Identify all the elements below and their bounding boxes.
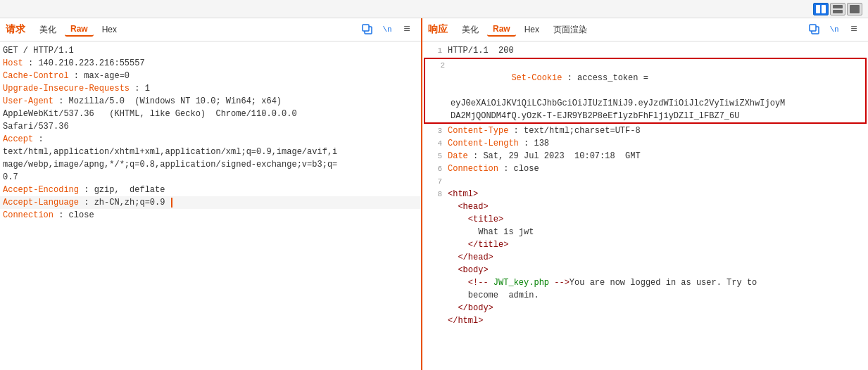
response-line-2b: eyJ0eXAiOiJKV1QiLCJhbGciOiJIUzI1NiJ9.eyJ… <box>425 97 865 110</box>
response-line-2c: DA2MjQONDM4fQ.yOzK-T-EJR9YB2P8eEflyzbFhF… <box>425 110 865 122</box>
text-cursor <box>171 198 172 208</box>
request-menu-icon[interactable]: ≡ <box>398 21 415 38</box>
response-line-head-close: </head> <box>422 251 868 264</box>
response-line-body-close: </body> <box>422 302 868 314</box>
request-line-1: GET / HTTP/1.1 <box>0 44 421 57</box>
split-single-btn[interactable] <box>847 3 862 15</box>
request-line-6: AppleWebKit/537.36 (KHTML, like Gecko) C… <box>0 108 421 120</box>
tab-response-render[interactable]: 页面渲染 <box>548 23 593 37</box>
request-newline-icon[interactable]: \n <box>379 21 396 38</box>
request-line-3: Cache-Control : max-age=0 <box>0 70 421 82</box>
svg-rect-1 <box>822 5 826 13</box>
svg-rect-4 <box>850 5 860 13</box>
response-panel: 响应 美化 Raw Hex 页面渲染 \n ≡ 1 HTTP/1.1 200 <box>422 18 868 370</box>
request-line-5: User-Agent : Mozilla/5.0 (Windows NT 10.… <box>0 95 421 108</box>
main-split: 请求 美化 Raw Hex \n ≡ GET / HTTP/1.1 Host :… <box>0 18 868 370</box>
top-toolbar <box>0 0 868 18</box>
request-line-11: 0.7 <box>0 171 421 184</box>
tab-response-raw[interactable]: Raw <box>487 23 516 37</box>
request-line-2: Host : 140.210.223.216:55557 <box>0 57 421 70</box>
request-line-7: Safari/537.36 <box>0 120 421 133</box>
cookie-highlight-box: 2 Set-Cookie : access_token = eyJ0eXAiOi… <box>424 58 867 124</box>
request-code-area[interactable]: GET / HTTP/1.1 Host : 140.210.223.216:55… <box>0 42 421 370</box>
response-line-comment: <!-- JWT_key.php -->You are now logged i… <box>422 276 868 289</box>
tab-response-beautify[interactable]: 美化 <box>456 23 484 37</box>
response-line-body-open: <body> <box>422 264 868 276</box>
response-line-2: 2 Set-Cookie : access_token = <box>425 59 865 97</box>
svg-rect-0 <box>816 5 820 13</box>
response-menu-icon[interactable]: ≡ <box>845 21 862 38</box>
svg-rect-8 <box>810 25 816 31</box>
tab-request-raw[interactable]: Raw <box>65 23 94 37</box>
split-horizontal-btn[interactable] <box>830 3 845 15</box>
request-line-14: Connection : close <box>0 209 421 222</box>
tab-response-hex[interactable]: Hex <box>519 23 545 36</box>
response-line-title-text: What is jwt <box>422 226 868 238</box>
response-line-head: <head> <box>422 200 868 213</box>
response-line-8: 8 <html> <box>422 188 868 200</box>
response-line-comment-2: become admin. <box>422 289 868 302</box>
request-line-12: Accept-Encoding : gzip, deflate <box>0 184 421 196</box>
request-copy-icon[interactable] <box>359 21 376 38</box>
response-panel-header: 响应 美化 Raw Hex 页面渲染 \n ≡ <box>422 18 868 42</box>
response-line-6: 6 Connection : close <box>422 162 868 175</box>
svg-rect-3 <box>833 10 843 13</box>
request-panel: 请求 美化 Raw Hex \n ≡ GET / HTTP/1.1 Host :… <box>0 18 422 370</box>
response-line-title-open: <title> <box>422 213 868 226</box>
request-line-9: text/html,application/xhtml+xml,applicat… <box>0 146 421 158</box>
response-line-title-close: </title> <box>422 238 868 251</box>
request-line-10: mage/webp,image/apng,*/*;q=0.8,applicati… <box>0 158 421 171</box>
response-copy-icon[interactable] <box>806 21 823 38</box>
split-vertical-btn[interactable] <box>813 3 829 15</box>
response-line-7: 7 <box>422 175 868 188</box>
request-line-8: Accept : <box>0 133 421 146</box>
request-line-4: Upgrade-Insecure-Requests : 1 <box>0 82 421 95</box>
tab-request-beautify[interactable]: 美化 <box>34 23 62 37</box>
tab-request-hex[interactable]: Hex <box>96 23 122 36</box>
svg-rect-2 <box>833 5 843 8</box>
response-panel-title: 响应 <box>428 23 448 36</box>
request-panel-header: 请求 美化 Raw Hex \n ≡ <box>0 18 421 42</box>
response-line-3: 3 Content-Type : text/html;charset=UTF-8 <box>422 125 868 137</box>
response-code-area[interactable]: 1 HTTP/1.1 200 2 Set-Cookie : access_tok… <box>422 42 868 370</box>
request-line-13: Accept-Language : zh-CN,zh;q=0.9 <box>0 196 421 209</box>
response-newline-icon[interactable]: \n <box>826 21 843 38</box>
response-line-1: 1 HTTP/1.1 200 <box>422 44 868 57</box>
svg-rect-6 <box>363 25 369 31</box>
request-panel-title: 请求 <box>6 23 25 36</box>
split-button-group <box>813 3 862 15</box>
response-line-html-close: </html> <box>422 314 868 327</box>
response-line-5: 5 Date : Sat, 29 Jul 2023 10:07:18 GMT <box>422 150 868 162</box>
response-line-4: 4 Content-Length : 138 <box>422 137 868 150</box>
